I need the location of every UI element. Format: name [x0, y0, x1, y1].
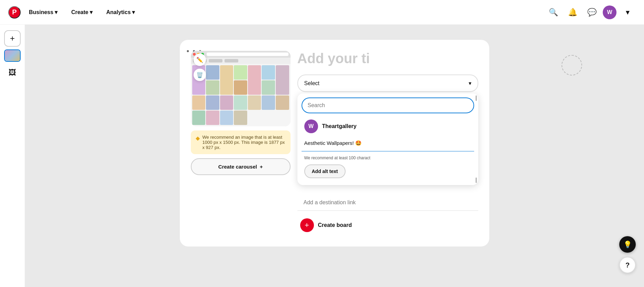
image-preview: ✏️ 🗑️ — [191, 51, 291, 126]
select-chevron-icon: ▾ — [469, 80, 471, 87]
bell-icon: 🔔 — [568, 8, 577, 17]
messages-button[interactable]: 💬 — [583, 4, 600, 21]
chat-icon: 💬 — [587, 8, 597, 17]
help-lightbulb-button[interactable]: 💡 — [619, 236, 636, 253]
sidebar-image-button[interactable]: 🖼 — [4, 65, 21, 81]
analytics-dropdown-arrow: ▾ — [132, 9, 135, 15]
business-dropdown-arrow: ▾ — [55, 9, 57, 15]
add-new-button[interactable]: + — [4, 30, 21, 47]
destination-link-input[interactable] — [297, 195, 478, 211]
board-search-input[interactable] — [302, 97, 474, 113]
delete-image-button[interactable]: 🗑️ — [194, 69, 206, 81]
board-select-container: Select ▾ W Th — [297, 74, 478, 185]
user-dropdown-initial: W — [308, 123, 314, 129]
top-navigation: P Business ▾ Create ▾ Analytics ▾ 🔍 🔔 💬 … — [0, 0, 644, 25]
board-search-container — [302, 97, 474, 113]
pinterest-logo[interactable]: P — [8, 6, 21, 19]
user-dropdown-avatar: W — [304, 119, 318, 133]
account-dropdown-button[interactable]: ▾ — [619, 4, 636, 21]
alt-text-label: Add alt text — [312, 169, 338, 174]
create-board-row[interactable]: + Create board — [297, 215, 478, 236]
analytics-menu-button[interactable]: Analytics ▾ — [101, 6, 140, 18]
add-title-placeholder: Add your ti — [297, 51, 478, 66]
create-carousel-icon: + — [260, 164, 263, 170]
nav-right: 🔍 🔔 💬 W ▾ — [545, 4, 636, 21]
warning-icon: ◆ — [196, 135, 200, 141]
analytics-label: Analytics — [106, 9, 131, 15]
create-board-icon: + — [300, 218, 314, 232]
left-sidebar: + 🖼 — [0, 25, 25, 287]
scroll-track-top — [476, 95, 477, 101]
pencil-icon: ✏️ — [196, 57, 203, 63]
search-button[interactable]: 🔍 — [545, 4, 561, 21]
user-initial: W — [607, 9, 612, 15]
main-content: • • • — [25, 25, 644, 287]
create-carousel-button[interactable]: Create carousel + — [191, 158, 291, 175]
question-mark-icon: ? — [625, 261, 630, 269]
user-dropdown-name: Theartgallery — [322, 123, 357, 129]
sidebar-thumbnail[interactable] — [4, 49, 21, 62]
plus-icon: + — [10, 34, 15, 43]
form-section: Add your ti Select ▾ — [297, 51, 478, 236]
help-question-button[interactable]: ? — [619, 257, 636, 273]
add-alt-text-button[interactable]: Add alt text — [304, 164, 346, 178]
search-icon: 🔍 — [549, 8, 558, 17]
trash-icon: 🗑️ — [196, 72, 203, 78]
image-warning-box: ◆ We recommend an image that is at least… — [191, 130, 291, 154]
thumbnail-preview — [5, 50, 20, 61]
user-avatar-button[interactable]: W — [603, 5, 616, 19]
create-carousel-label: Create carousel — [218, 164, 257, 170]
image-section: ✏️ 🗑️ ◆ We recommend an image that is at… — [191, 51, 478, 236]
board-divider — [302, 151, 474, 151]
notifications-button[interactable]: 🔔 — [564, 4, 581, 21]
board-select-button[interactable]: Select ▾ — [297, 74, 478, 92]
create-dropdown-arrow: ▾ — [90, 9, 92, 15]
image-icon: 🖼 — [9, 68, 16, 77]
board-dropdown-item[interactable]: Aesthetic Wallpapers! 🤩 — [302, 137, 474, 150]
create-menu-button[interactable]: Create ▾ — [66, 6, 98, 18]
select-placeholder: Select — [304, 80, 319, 87]
scroll-track-bottom — [476, 177, 477, 183]
warning-text: We recommend an image that is at least 1… — [203, 135, 286, 150]
chevron-down-icon: ▾ — [626, 8, 630, 17]
recommend-text: We recommend at least 100 charact — [302, 154, 474, 162]
image-edit-overlay: ✏️ 🗑️ — [194, 54, 206, 81]
create-label: Create — [71, 9, 88, 15]
business-label: Business — [29, 9, 53, 15]
floating-circle-indicator — [561, 55, 582, 76]
image-preview-container: ✏️ 🗑️ ◆ We recommend an image that is at… — [191, 51, 291, 175]
create-board-label: Create board — [318, 222, 352, 228]
create-pin-card: • • • — [180, 40, 489, 246]
board-name: Aesthetic Wallpapers! 🤩 — [304, 140, 362, 146]
nav-left: P Business ▾ Create ▾ Analytics ▾ — [8, 6, 140, 19]
edit-image-button[interactable]: ✏️ — [194, 54, 206, 66]
board-dropdown-panel: W Theartgallery Aesthetic Wallpapers! 🤩 … — [297, 93, 478, 185]
user-dropdown-item[interactable]: W Theartgallery — [302, 116, 474, 137]
lightbulb-icon: 💡 — [623, 240, 632, 249]
business-menu-button[interactable]: Business ▾ — [23, 6, 63, 18]
